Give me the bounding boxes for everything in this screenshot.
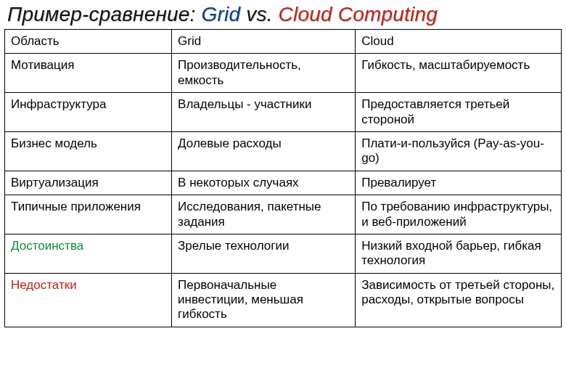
row-label: Бизнес модель [5, 131, 172, 171]
table-header-row: Область Grid Cloud [5, 30, 562, 54]
row-grid: Исследования, пакетные задания [172, 195, 356, 234]
row-cloud: Плати-и-пользуйся (Pay-as-you-go) [356, 131, 562, 171]
table-row: Типичные приложения Исследования, пакетн… [5, 195, 562, 234]
row-cloud: Превалирует [356, 171, 562, 195]
table-row: Недостатки Первоначальные инвестиции, ме… [5, 273, 562, 327]
title-word-grid: Grid [202, 3, 241, 25]
row-label: Виртуализация [5, 171, 172, 195]
comparison-table: Область Grid Cloud Мотивация Производите… [4, 29, 562, 327]
row-grid: Зрелые технологии [172, 234, 356, 273]
row-grid: Первоначальные инвестиции, меньшая гибко… [172, 273, 356, 327]
table-row: Мотивация Производительность, емкость Ги… [5, 54, 562, 93]
row-grid: В некоторых случаях [172, 171, 356, 195]
row-cloud: По требованию инфраструктуры, и веб-прил… [356, 195, 562, 234]
table-row: Бизнес модель Долевые расходы Плати-и-по… [5, 131, 562, 171]
row-grid: Долевые расходы [172, 131, 356, 171]
title-word-cloud: Cloud Computing [279, 3, 438, 25]
slide-title: Пример-сравнение: Grid vs. Cloud Computi… [4, 0, 562, 28]
row-grid: Владельцы - участники [172, 93, 356, 132]
header-col-area: Область [5, 30, 172, 54]
title-prefix: Пример-сравнение: [7, 3, 202, 25]
row-cloud: Предоставляется третьей стороной [356, 93, 562, 132]
row-cloud: Зависимость от третьей стороны, расходы,… [356, 273, 562, 327]
row-cloud: Низкий входной барьер, гибкая технология [356, 234, 562, 273]
row-label: Типичные приложения [5, 195, 172, 234]
header-col-grid: Grid [172, 30, 356, 54]
title-word-vs: vs. [240, 3, 278, 25]
table-row: Виртуализация В некоторых случаях Превал… [5, 171, 562, 195]
header-col-cloud: Cloud [356, 30, 562, 54]
row-label-advantages: Достоинства [5, 234, 172, 273]
row-label-disadvantages: Недостатки [5, 273, 172, 327]
row-cloud: Гибкость, масштабируемость [356, 54, 562, 93]
table-row: Достоинства Зрелые технологии Низкий вхо… [5, 234, 562, 273]
row-label: Инфраструктура [5, 93, 172, 132]
table-row: Инфраструктура Владельцы - участники Пре… [5, 93, 562, 132]
row-label: Мотивация [5, 54, 172, 93]
row-grid: Производительность, емкость [172, 54, 356, 93]
